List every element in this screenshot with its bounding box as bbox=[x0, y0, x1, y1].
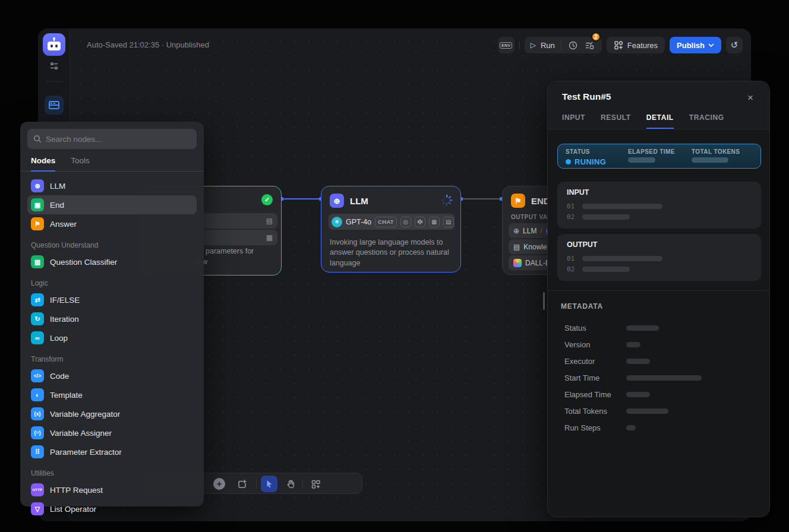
add-node-button[interactable]: + bbox=[213, 478, 225, 490]
llm-node[interactable]: ⊕ LLM ✳ bbox=[321, 186, 461, 273]
tab-detail[interactable]: DETAIL bbox=[646, 113, 674, 129]
hand-tool-button[interactable] bbox=[282, 476, 299, 492]
play-icon: ▷ bbox=[531, 41, 536, 49]
run-history-button[interactable] bbox=[567, 39, 579, 51]
node-item-code[interactable]: </> Code bbox=[27, 366, 197, 385]
metadata-label: Version bbox=[564, 340, 626, 349]
checklist-badge: 2 bbox=[591, 32, 601, 42]
settings-sliders-icon[interactable] bbox=[49, 61, 59, 71]
search-box[interactable] bbox=[27, 129, 197, 149]
variable-assigner-icon: {=} bbox=[31, 426, 44, 439]
field-type-icon: ▤ bbox=[266, 217, 273, 225]
knowledge-var-icon: ▤ bbox=[513, 243, 520, 251]
chevron-down-icon bbox=[708, 43, 714, 48]
edge-start-to-llm bbox=[282, 198, 321, 200]
panel-divider bbox=[548, 290, 769, 291]
node-item-template[interactable]: ◐ Template bbox=[27, 385, 197, 404]
node-item-label: Iteration bbox=[50, 315, 79, 324]
node-item-label: LLM bbox=[50, 182, 65, 191]
tab-nodes[interactable]: Nodes bbox=[31, 156, 55, 172]
metadata-label: Elapsed Time bbox=[564, 390, 626, 399]
tab-input[interactable]: INPUT bbox=[562, 113, 585, 129]
checklist-button[interactable]: 2 bbox=[584, 39, 596, 51]
features-button[interactable]: Features bbox=[607, 37, 665, 53]
app-icon[interactable] bbox=[43, 33, 65, 56]
row-number: 02 bbox=[567, 265, 575, 273]
topbar-controls: ENV ▷ Run 2 bbox=[498, 37, 743, 53]
skeleton-bar bbox=[582, 214, 630, 220]
node-item-variable-assigner[interactable]: {=} Variable Assigner bbox=[27, 423, 197, 442]
node-item-iteration[interactable]: ↻ Iteration bbox=[27, 309, 197, 328]
parameter-extractor-icon: ⠿ bbox=[31, 445, 44, 458]
status-card: STATUS RUNING ELAPSED TIME TOTAL TOKENS bbox=[557, 144, 761, 169]
node-item-label: Answer bbox=[50, 220, 77, 229]
close-button[interactable]: × bbox=[743, 91, 758, 105]
search-input[interactable] bbox=[46, 135, 191, 144]
node-item-list-operator[interactable]: ▽ List Operator bbox=[27, 499, 197, 518]
row-number: 01 bbox=[567, 255, 575, 262]
end-icon: ▣ bbox=[31, 198, 44, 211]
metadata-title: METADATA bbox=[561, 302, 603, 311]
metadata-label: Executor bbox=[564, 357, 626, 366]
run-button[interactable]: Run bbox=[541, 41, 555, 50]
features-icon bbox=[614, 40, 623, 50]
canvas-scrollbar-thumb[interactable] bbox=[543, 292, 545, 310]
version-history-button[interactable]: ↺ bbox=[726, 37, 743, 53]
node-item-ifelse[interactable]: ⇄ IF/ELSE bbox=[27, 290, 197, 309]
node-search-panel: Nodes Tools ⊕ LLM ▣ End ⚑ Answer Questio… bbox=[20, 122, 204, 506]
node-item-variable-aggregator[interactable]: {x} Variable Aggregator bbox=[27, 404, 197, 423]
publish-label: Publish bbox=[677, 41, 705, 50]
node-item-label: End bbox=[50, 201, 64, 210]
env-variables-button[interactable]: ENV bbox=[498, 37, 515, 53]
llm-node-description: Invoking large language models to answer… bbox=[330, 238, 453, 268]
output-card: OUTPUT 01 02 bbox=[557, 234, 761, 281]
document-icon: ▤ bbox=[443, 217, 454, 227]
node-item-label: Variable Assigner bbox=[50, 429, 112, 438]
node-item-llm[interactable]: ⊕ LLM bbox=[27, 176, 197, 195]
variable-name: LLM bbox=[523, 227, 536, 235]
node-item-end[interactable]: ▣ End bbox=[27, 195, 197, 214]
node-item-answer[interactable]: ⚑ Answer bbox=[27, 214, 197, 233]
model-selector[interactable]: ✳ GPT-4o CHAT ◎ ▦ ▤ bbox=[329, 214, 455, 230]
tab-tools[interactable]: Tools bbox=[71, 156, 90, 171]
vision-icon: ◎ bbox=[400, 217, 411, 227]
skeleton-bar bbox=[626, 375, 702, 381]
robot-icon bbox=[47, 38, 61, 51]
skeleton-bar bbox=[626, 359, 650, 364]
preview-panel-button[interactable] bbox=[45, 96, 64, 115]
tab-result[interactable]: RESULT bbox=[601, 113, 631, 129]
node-item-http-request[interactable]: HTTP HTTP Request bbox=[27, 480, 197, 499]
node-item-label: IF/ELSE bbox=[50, 296, 80, 305]
node-item-loop[interactable]: ∞ Loop bbox=[27, 328, 197, 347]
row-number: 01 bbox=[567, 202, 575, 210]
publish-button[interactable]: Publish bbox=[670, 37, 721, 53]
metadata-label: Start Time bbox=[564, 373, 626, 382]
test-run-panel: Test Run#5 × INPUT RESULT DETAIL TRACING… bbox=[547, 81, 770, 517]
variable-name: DALL-E bbox=[525, 259, 550, 267]
node-item-parameter-extractor[interactable]: ⠿ Parameter Extractor bbox=[27, 442, 197, 461]
llm-icon: ⊕ bbox=[31, 179, 44, 192]
topbar-divider bbox=[519, 41, 520, 49]
llm-var-icon: ⊕ bbox=[513, 227, 519, 235]
node-list: ⊕ LLM ▣ End ⚑ Answer Question Understand… bbox=[27, 176, 197, 518]
status-value: RUNING bbox=[575, 157, 606, 166]
model-name: GPT-4o bbox=[346, 218, 371, 226]
node-item-question-classifier[interactable]: ▥ Question Classifier bbox=[27, 252, 197, 271]
panel-tabs: Nodes Tools bbox=[20, 156, 204, 172]
end-node-icon: ⚑ bbox=[511, 194, 525, 208]
node-item-label: List Operator bbox=[50, 505, 96, 514]
image-icon: ▦ bbox=[429, 217, 440, 227]
section-transform: Transform bbox=[31, 355, 193, 363]
pointer-tool-button[interactable] bbox=[261, 476, 277, 492]
organize-nodes-button[interactable] bbox=[307, 476, 324, 492]
run-panel-header: Test Run#5 × INPUT RESULT DETAIL TRACING bbox=[548, 81, 769, 129]
section-utilities: Utilities bbox=[31, 469, 193, 477]
template-icon: ◐ bbox=[31, 388, 44, 401]
total-tokens-label: TOTAL TOKENS bbox=[692, 148, 740, 155]
features-label: Features bbox=[627, 41, 658, 50]
skeleton-bar bbox=[626, 408, 668, 414]
http-request-icon: HTTP bbox=[31, 483, 44, 496]
add-note-button[interactable] bbox=[233, 476, 250, 492]
tab-tracing[interactable]: TRACING bbox=[689, 113, 724, 129]
group-divider bbox=[561, 41, 561, 50]
